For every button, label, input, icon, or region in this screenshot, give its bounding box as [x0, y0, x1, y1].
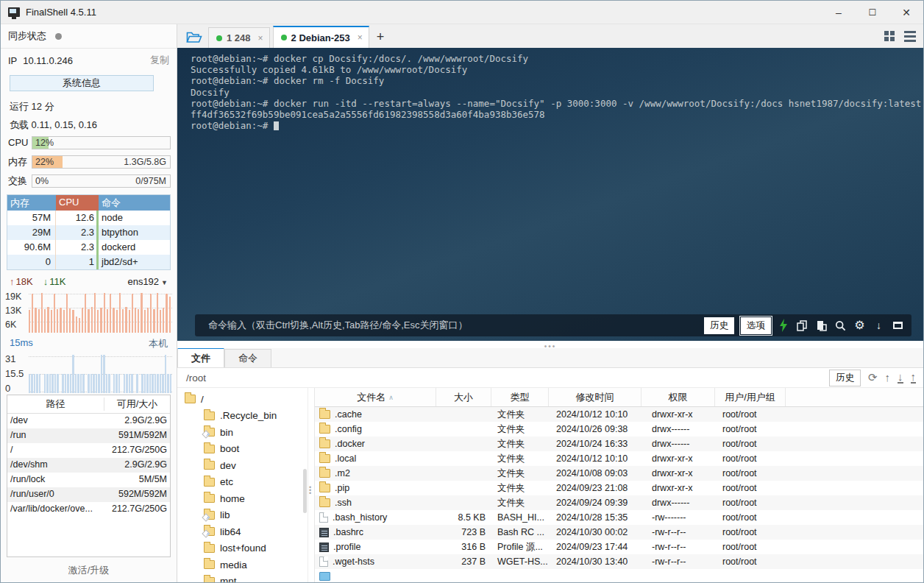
disk-table: 路径 可用/大小 /dev2.9G/2.9G/run591M/592M/212.…: [7, 395, 171, 557]
new-window-icon[interactable]: [892, 319, 904, 332]
tree-item-lib64[interactable]: →lib64: [185, 523, 308, 540]
copy-icon[interactable]: [796, 319, 808, 332]
download-icon[interactable]: ↓: [873, 319, 885, 332]
settings-gear-icon[interactable]: ⚙: [853, 319, 866, 332]
path-history-button[interactable]: 历史: [829, 370, 861, 386]
tree-item-media[interactable]: media: [185, 556, 308, 573]
copy-ip-link[interactable]: 复制: [150, 54, 169, 67]
new-tab-button[interactable]: +: [377, 29, 385, 45]
command-input-bar[interactable]: 命令输入（双击Ctrl切换,Alt历史,Tab路径/命令,Esc关闭窗口） 历史…: [195, 314, 911, 336]
tree-item-/[interactable]: /: [185, 391, 308, 408]
disk-row[interactable]: /run/lock5M/5M: [7, 473, 170, 487]
tree-item-bin[interactable]: →bin: [185, 424, 308, 441]
maximize-button[interactable]: ☐: [856, 1, 889, 24]
files-panel: 文件命令 /root 历史 ⟳ ↑ ↓ ↑ /.Recycle_bin→binb…: [177, 348, 923, 583]
process-row[interactable]: 01jbd2/sd+: [7, 255, 170, 269]
table-row[interactable]: .local文件夹2024/10/12 10:10drwxr-xr-xroot/…: [315, 451, 923, 466]
activate-upgrade-link[interactable]: 激活/升级: [1, 564, 177, 577]
up-directory-icon[interactable]: ↑: [885, 372, 891, 383]
disk-row[interactable]: /var/lib/docker/ove...212.7G/250G: [7, 502, 170, 517]
table-row-clipped[interactable]: [315, 569, 923, 583]
process-cpu: 1: [56, 255, 99, 269]
proc-col-cpu[interactable]: CPU: [56, 195, 99, 211]
process-row[interactable]: 57M12.6node: [7, 211, 170, 225]
file-col-perm[interactable]: 权限: [642, 388, 715, 406]
file-name: .pip: [335, 481, 349, 495]
tree-item-lib[interactable]: →lib: [185, 507, 308, 524]
file-col-size[interactable]: 大小: [436, 388, 491, 406]
tree-scrollbar[interactable]: [303, 469, 307, 513]
net-ytick: 6K: [5, 319, 16, 330]
disk-row[interactable]: /212.7G/250G: [7, 443, 170, 458]
table-row[interactable]: .docker文件夹2024/10/24 16:33drwx------root…: [315, 437, 923, 451]
disk-row[interactable]: /dev2.9G/2.9G: [7, 414, 170, 428]
meter-label: CPU: [7, 137, 32, 148]
disk-col-path[interactable]: 路径: [7, 398, 104, 411]
table-row[interactable]: .profile316 BProfile 源...2024/09/23 17:4…: [315, 540, 923, 554]
table-row[interactable]: .m2文件夹2024/10/08 09:03drwxr-xr-xroot/roo…: [315, 466, 923, 481]
panel-tab-命令[interactable]: 命令: [224, 349, 271, 367]
file-mtime: 2024/10/26 09:38: [549, 423, 642, 437]
connection-manager-button[interactable]: [183, 27, 205, 46]
current-path[interactable]: /root: [186, 372, 206, 384]
horizontal-splitter[interactable]: •••: [177, 341, 923, 348]
table-row[interactable]: .bashrc723 BBash RC ...2024/10/30 00:02-…: [315, 525, 923, 540]
tree-item-dev[interactable]: dev: [185, 457, 308, 474]
disk-col-size[interactable]: 可用/大小: [104, 398, 170, 411]
tree-item-home[interactable]: home: [185, 490, 308, 507]
file-name: .local: [335, 452, 356, 466]
table-row[interactable]: .config文件夹2024/10/26 09:38drwx------root…: [315, 422, 923, 437]
upload-file-icon[interactable]: ↑: [911, 372, 917, 384]
hamburger-menu-icon[interactable]: [904, 31, 916, 42]
meter-内存: 内存22%1.3G/5.8G: [7, 153, 171, 170]
options-button[interactable]: 选项: [741, 317, 771, 334]
disk-row[interactable]: /dev/shm2.9G/2.9G: [7, 458, 170, 473]
table-row[interactable]: .cache文件夹2024/10/12 10:10drwxr-xr-xroot/…: [315, 407, 923, 422]
process-row[interactable]: 90.6M2.3dockerd: [7, 240, 170, 255]
ping-chart: 3115.50: [4, 353, 174, 395]
ping-host-label[interactable]: 本机: [149, 337, 168, 350]
tree-item-mnt[interactable]: mnt: [185, 573, 308, 583]
file-col-owner[interactable]: 用户/用户组: [715, 388, 786, 406]
paste-icon[interactable]: [815, 319, 828, 332]
tree-item-.Recycle_bin[interactable]: .Recycle_bin: [185, 408, 308, 425]
table-row[interactable]: .bash_history8.5 KBBASH_HI...2024/10/28 …: [315, 510, 923, 525]
vertical-splitter[interactable]: •••: [308, 388, 314, 583]
history-button[interactable]: 历史: [704, 317, 734, 334]
process-row[interactable]: 29M2.3btpython: [7, 225, 170, 240]
download-file-icon[interactable]: ↓: [898, 372, 903, 384]
table-row[interactable]: .wget-hsts237 BWGET-HS...2024/10/30 13:4…: [315, 554, 923, 569]
file-col-time[interactable]: 修改时间: [549, 388, 642, 406]
table-row[interactable]: .ssh文件夹2024/09/24 09:39drwx------root/ro…: [315, 495, 923, 510]
session-tab-1-248[interactable]: 1 248×: [208, 27, 270, 48]
refresh-icon[interactable]: ⟳: [868, 372, 878, 383]
file-owner: root/root: [715, 496, 786, 510]
proc-col-mem[interactable]: 内存: [7, 195, 56, 211]
file-mtime: 2024/10/24 16:33: [549, 437, 642, 451]
layout-grid-icon[interactable]: [884, 31, 895, 42]
tree-item-etc[interactable]: etc: [185, 474, 308, 491]
tree-item-lost+found[interactable]: lost+found: [185, 540, 308, 557]
file-col-name[interactable]: 文件名∧: [315, 388, 436, 406]
tree-item-boot[interactable]: boot: [185, 441, 308, 458]
close-tab-icon[interactable]: ×: [258, 33, 263, 43]
close-tab-icon[interactable]: ×: [358, 32, 363, 43]
meter-value: 1.3G/5.8G: [124, 157, 166, 167]
command-input-placeholder[interactable]: 命令输入（双击Ctrl切换,Alt历史,Tab路径/命令,Esc关闭窗口）: [208, 319, 467, 332]
disk-row[interactable]: /run/user/0592M/592M: [7, 487, 170, 502]
proc-col-cmd[interactable]: 命令: [99, 195, 170, 211]
terminal[interactable]: root@debian:~# docker cp Docsify:/docs/.…: [177, 48, 923, 341]
file-name: .docker: [335, 437, 365, 451]
interface-selector[interactable]: ens192▼: [127, 276, 168, 287]
file-col-type[interactable]: 类型: [491, 388, 549, 406]
file-type: 文件夹: [491, 423, 549, 437]
panel-tab-文件[interactable]: 文件: [177, 347, 224, 367]
resource-meters: CPU12%内存22%1.3G/5.8G交换0%0/975M: [1, 134, 177, 189]
system-info-button[interactable]: 系统信息: [10, 75, 154, 91]
session-tab-2-Debian-253[interactable]: 2 Debian-253×: [273, 26, 369, 48]
search-icon[interactable]: [834, 319, 847, 332]
disk-row[interactable]: /run591M/592M: [7, 428, 170, 443]
close-button[interactable]: ✕: [889, 1, 923, 24]
minimize-button[interactable]: –: [822, 1, 856, 24]
table-row[interactable]: .pip文件夹2024/09/23 21:08drwxr-xr-xroot/ro…: [315, 481, 923, 495]
